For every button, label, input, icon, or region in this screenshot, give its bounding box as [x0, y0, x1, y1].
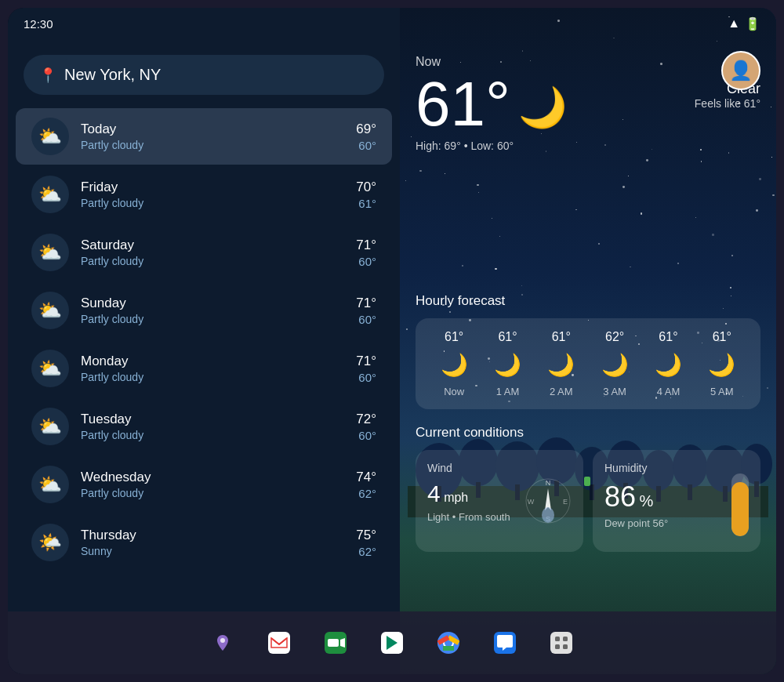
hourly-item: 61° 🌙 4 AM: [655, 330, 682, 397]
dock-app-chrome[interactable]: [428, 622, 469, 663]
hourly-temperature: 61°: [445, 330, 463, 344]
now-label: Now: [416, 55, 760, 69]
compass-icon: N S W E: [524, 477, 572, 524]
forecast-day-icon: ⛅: [31, 292, 69, 329]
svg-point-30: [220, 638, 225, 643]
dock-app-meet[interactable]: [315, 622, 356, 663]
forecast-temperatures: 71° 60°: [356, 354, 376, 384]
forecast-high-temp: 71°: [356, 238, 376, 253]
wind-unit: mph: [444, 491, 468, 504]
forecast-info: Tuesday Partly cloudy: [81, 412, 356, 441]
status-time: 12:30: [24, 17, 53, 31]
humidity-bar: 100: [731, 473, 749, 536]
forecast-low-temp: 60°: [356, 313, 376, 326]
forecast-item-thursday[interactable]: 🌤️ Thursday Sunny 75° 62°: [16, 514, 392, 571]
forecast-day-icon: ⛅: [31, 176, 69, 213]
humidity-value: 86: [604, 481, 636, 513]
forecast-item-monday[interactable]: ⛅ Monday Partly cloudy 71° 60°: [16, 340, 392, 397]
location-bar[interactable]: 📍 New York, NY: [24, 55, 384, 95]
conditions-title: Current conditions: [416, 425, 760, 441]
forecast-temperatures: 74° 62°: [356, 470, 376, 500]
forecast-day-condition: Partly cloudy: [81, 255, 356, 267]
hourly-icon: 🌙: [494, 352, 521, 378]
hourly-temperature: 61°: [659, 330, 677, 344]
forecast-item-wednesday[interactable]: ⛅ Wednesday Partly cloudy 74° 62°: [16, 456, 392, 513]
hourly-temperature: 61°: [713, 330, 731, 344]
forecast-high-temp: 74°: [356, 470, 376, 485]
hourly-icon: 🌙: [708, 352, 735, 378]
dock-app-apps[interactable]: [541, 622, 582, 663]
svg-marker-27: [545, 488, 551, 510]
svg-rect-33: [328, 639, 339, 647]
forecast-temperatures: 72° 60°: [356, 412, 376, 442]
hourly-time: 3 AM: [603, 386, 626, 397]
forecast-day-name: Saturday: [81, 238, 356, 253]
forecast-item-sunday[interactable]: ⛅ Sunday Partly cloudy 71° 60°: [16, 282, 392, 339]
hourly-icon: 🌙: [601, 352, 629, 378]
dock-app-gmail[interactable]: [259, 622, 299, 663]
forecast-low-temp: 60°: [356, 371, 376, 384]
forecast-list: ⛅ Today Partly cloudy 69° 60° ⛅ Friday P…: [8, 107, 400, 674]
conditions-grid: Wind 4 mph Light • From south N S W E: [416, 450, 760, 552]
battery-icon: 🔋: [745, 16, 760, 31]
forecast-low-temp: 61°: [356, 197, 376, 210]
svg-text:N: N: [546, 479, 551, 487]
forecast-temperatures: 71° 60°: [356, 296, 376, 326]
current-temperature: 61°: [416, 73, 510, 136]
feels-like: Feels like 61°: [695, 97, 760, 110]
forecast-temperatures: 69° 60°: [356, 122, 376, 152]
high-low: High: 69° • Low: 60°: [416, 140, 760, 152]
dock-app-messages[interactable]: [485, 622, 525, 663]
forecast-day-name: Thursday: [81, 528, 356, 543]
dock: [8, 611, 776, 674]
dock-app-play[interactable]: [372, 622, 412, 663]
hourly-item: 61° 🌙 5 AM: [708, 330, 735, 397]
wind-card: Wind 4 mph Light • From south N S W E: [416, 450, 583, 552]
humidity-card: Humidity 86 % Dew point 56° 100: [593, 450, 760, 552]
humidity-value-row: 86 %: [604, 481, 749, 513]
forecast-day-condition: Partly cloudy: [81, 429, 356, 441]
hourly-time: 2 AM: [550, 386, 573, 397]
forecast-day-name: Today: [81, 122, 356, 137]
forecast-item-tuesday[interactable]: ⛅ Tuesday Partly cloudy 72° 60°: [16, 398, 392, 455]
hourly-item: 61° 🌙 1 AM: [494, 330, 521, 397]
forecast-info: Today Partly cloudy: [81, 122, 356, 151]
wind-speed: 4: [427, 481, 441, 506]
dock-app-maps[interactable]: [202, 622, 243, 663]
forecast-info: Wednesday Partly cloudy: [81, 470, 356, 499]
forecast-item-today[interactable]: ⛅ Today Partly cloudy 69° 60°: [16, 108, 392, 165]
humidity-label: Humidity: [604, 462, 749, 474]
forecast-item-friday[interactable]: ⛅ Friday Partly cloudy 70° 61°: [16, 166, 392, 223]
main-content: 📍 New York, NY ⛅ Today Partly cloudy 69°…: [8, 8, 776, 674]
svg-marker-34: [340, 638, 345, 648]
forecast-day-name: Sunday: [81, 296, 356, 311]
hourly-time: 1 AM: [496, 386, 520, 397]
svg-rect-44: [555, 644, 560, 649]
svg-text:W: W: [528, 498, 535, 506]
svg-rect-42: [555, 637, 560, 641]
forecast-low-temp: 62°: [356, 545, 376, 558]
moon-icon: 🌙: [518, 85, 567, 130]
forecast-info: Thursday Sunny: [81, 528, 356, 557]
forecast-day-condition: Sunny: [81, 545, 356, 557]
conditions-section: Current conditions Wind 4 mph Light • Fr…: [416, 425, 760, 552]
forecast-info: Sunday Partly cloudy: [81, 296, 356, 325]
forecast-high-temp: 75°: [356, 528, 376, 543]
forecast-high-temp: 70°: [356, 180, 376, 195]
forecast-day-name: Wednesday: [81, 470, 356, 485]
dew-point: Dew point 56°: [604, 517, 749, 529]
forecast-item-saturday[interactable]: ⛅ Saturday Partly cloudy 71° 60°: [16, 224, 392, 281]
wind-label: Wind: [427, 462, 572, 474]
forecast-high-temp: 72°: [356, 412, 376, 427]
hourly-icon: 🌙: [547, 352, 575, 378]
forecast-day-name: Friday: [81, 180, 356, 195]
hourly-card: 61° 🌙 Now 61° 🌙 1 AM 61° 🌙 2 AM 62° 🌙 3 …: [416, 318, 760, 409]
forecast-day-icon: ⛅: [31, 350, 69, 387]
forecast-day-icon: ⛅: [31, 408, 69, 445]
hourly-icon: 🌙: [655, 352, 682, 378]
forecast-info: Monday Partly cloudy: [81, 354, 356, 383]
current-weather: Now 61° 🌙 Clear Feels like 61° High: 69°…: [416, 55, 760, 152]
left-panel: 📍 New York, NY ⛅ Today Partly cloudy 69°…: [8, 8, 400, 674]
user-avatar[interactable]: 👤: [721, 51, 760, 90]
location-icon: 📍: [39, 67, 56, 84]
